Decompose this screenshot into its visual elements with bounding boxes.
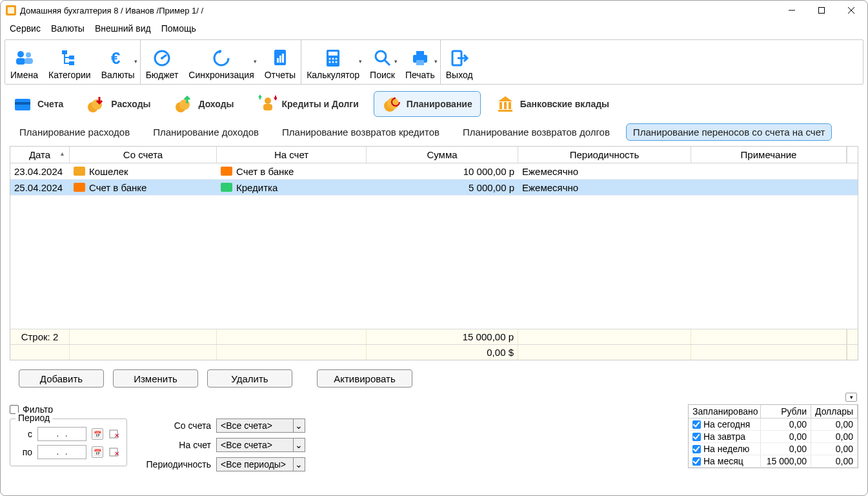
date-from-input[interactable] <box>37 427 86 441</box>
activate-button[interactable]: Активировать <box>317 369 412 388</box>
toolbar-categories[interactable]: Категории <box>43 40 96 84</box>
close-button[interactable] <box>836 1 866 20</box>
menu-help[interactable]: Помощь <box>156 21 201 36</box>
svg-point-27 <box>376 51 386 61</box>
section-accounts[interactable]: Счета <box>5 91 72 117</box>
toolbar-search[interactable]: Поиск▾ <box>365 40 400 84</box>
subtab-transfers[interactable]: Планирование переносов со счета на счет <box>626 123 833 141</box>
svg-rect-17 <box>279 56 281 63</box>
subtab-credits[interactable]: Планирование возвратов кредитов <box>275 123 447 141</box>
svg-point-22 <box>332 58 334 60</box>
toolbar-names[interactable]: Имена <box>5 40 43 84</box>
calendar-clear-icon[interactable]: ✕ <box>108 446 120 458</box>
svg-point-26 <box>336 61 338 63</box>
section-planning[interactable]: Планирование <box>374 91 481 117</box>
svg-rect-5 <box>16 58 25 65</box>
toolbar-calc[interactable]: Калькулятор▾ <box>301 40 365 84</box>
credit-card-icon <box>221 183 232 192</box>
from-account-combo[interactable]: <Все счета>⌄ <box>216 418 305 433</box>
gauge-icon <box>152 48 172 68</box>
checkbox-icon[interactable] <box>692 433 701 441</box>
calendar-icon[interactable]: 📅 <box>92 428 103 440</box>
checkbox-icon[interactable] <box>692 420 701 429</box>
dropdown-icon[interactable]: ▾ <box>134 58 137 65</box>
svg-rect-44 <box>504 102 507 109</box>
main-toolbar: Имена Категории €Валюты▾ Бюджет Синхрони… <box>5 39 863 85</box>
people-icon <box>14 48 35 68</box>
col-sum[interactable]: Сумма <box>367 147 518 163</box>
add-button[interactable]: Добавить <box>19 369 104 388</box>
col-date[interactable]: Дата▲ <box>10 147 70 163</box>
svg-rect-16 <box>277 58 279 63</box>
planned-row: На завтра0,000,00 <box>689 431 858 443</box>
table-row[interactable]: 25.04.2024 Счет в банке Кредитка 5 000,0… <box>10 180 858 196</box>
planned-row: На сегодня0,000,00 <box>689 418 858 431</box>
toolbar-reports[interactable]: Отчеты <box>259 40 301 84</box>
menu-service[interactable]: Сервис <box>5 21 46 36</box>
periodicity-combo[interactable]: <Все периоды>⌄ <box>216 457 305 471</box>
printer-icon <box>410 48 430 68</box>
svg-point-23 <box>336 58 338 60</box>
planning-icon <box>382 94 401 114</box>
dropdown-icon[interactable]: ▾ <box>394 58 398 65</box>
maximize-button[interactable] <box>807 1 836 20</box>
dropdown-icon[interactable]: ▾ <box>254 58 257 65</box>
tree-icon <box>59 48 80 68</box>
calculator-icon <box>323 48 343 68</box>
section-bar: Счета Расходы Доходы Кредиты и Долги Пла… <box>1 85 867 121</box>
period-group: Период с 📅 ✕ по 📅 ✕ <box>10 418 127 466</box>
dropdown-icon[interactable]: ▾ <box>359 58 362 65</box>
toolbar-exit[interactable]: Выход <box>441 40 478 84</box>
collapse-toggle[interactable]: ▾ <box>845 393 857 402</box>
subtabs: Планирование расходов Планирование доход… <box>1 121 867 143</box>
checkbox-icon[interactable] <box>692 457 701 466</box>
minimize-button[interactable] <box>777 1 807 20</box>
planned-table: Запланировано Рубли Доллары На сегодня0,… <box>688 404 858 468</box>
planned-row: На неделю0,000,00 <box>689 443 858 455</box>
calendar-icon[interactable]: 📅 <box>92 446 103 458</box>
bank-icon <box>496 94 515 114</box>
svg-point-24 <box>329 61 331 63</box>
col-from[interactable]: Со счета <box>70 147 217 163</box>
chevron-down-icon: ⌄ <box>293 458 303 471</box>
expenses-icon <box>86 94 106 114</box>
col-to[interactable]: На счет <box>217 147 367 163</box>
subtab-income[interactable]: Планирование доходов <box>146 123 266 141</box>
dropdown-icon[interactable]: ▾ <box>434 58 438 65</box>
col-period[interactable]: Периодичность <box>518 147 691 163</box>
svg-rect-7 <box>25 58 33 64</box>
section-deposits[interactable]: Банковские вклады <box>487 91 618 117</box>
grid-body[interactable]: 23.04.2024 Кошелек Счет в банке 10 000,0… <box>10 163 858 329</box>
section-expenses[interactable]: Расходы <box>78 91 159 117</box>
table-row[interactable]: 23.04.2024 Кошелек Счет в банке 10 000,0… <box>10 163 858 180</box>
bank-account-icon <box>221 167 232 176</box>
delete-button[interactable]: Удалить <box>207 369 292 388</box>
calendar-clear-icon[interactable]: ✕ <box>108 428 120 440</box>
planned-row: На месяц15 000,000,00 <box>689 455 858 468</box>
toolbar-print[interactable]: Печать▾ <box>400 40 440 84</box>
svg-rect-18 <box>282 54 284 63</box>
menu-currencies[interactable]: Валюты <box>46 21 90 36</box>
menu-appearance[interactable]: Внешний вид <box>90 21 156 36</box>
credits-icon <box>257 94 277 114</box>
subtab-debts[interactable]: Планирование возвратов долгов <box>456 123 617 141</box>
search-icon <box>372 48 393 68</box>
app-icon <box>6 5 16 16</box>
toolbar-budget[interactable]: Бюджет <box>141 40 184 84</box>
svg-rect-20 <box>328 52 338 56</box>
col-note[interactable]: Примечание <box>691 147 847 163</box>
to-account-combo[interactable]: <Все счета>⌄ <box>216 438 305 452</box>
subtab-expenses[interactable]: Планирование расходов <box>12 123 137 141</box>
toolbar-sync[interactable]: Синхронизация▾ <box>183 40 259 84</box>
svg-line-28 <box>385 60 390 65</box>
edit-button[interactable]: Изменить <box>113 369 198 388</box>
section-income[interactable]: Доходы <box>166 91 243 117</box>
svg-point-14 <box>161 57 163 59</box>
chevron-down-icon: ⌄ <box>293 439 303 451</box>
section-credits[interactable]: Кредиты и Долги <box>249 91 367 117</box>
checkbox-icon[interactable] <box>692 445 701 453</box>
svg-rect-10 <box>69 61 74 65</box>
svg-point-21 <box>329 58 331 60</box>
toolbar-currencies[interactable]: €Валюты▾ <box>96 40 140 84</box>
date-to-input[interactable] <box>37 445 86 459</box>
